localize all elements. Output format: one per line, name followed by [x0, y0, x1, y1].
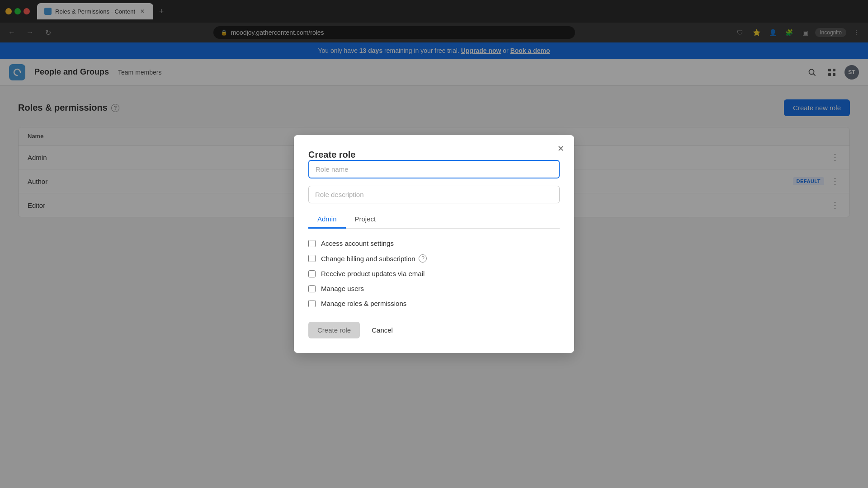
role-name-input[interactable]: [308, 160, 560, 178]
modal-tabs: Admin Project: [308, 211, 560, 229]
tab-admin[interactable]: Admin: [308, 211, 346, 229]
create-role-modal: Create role ✕ Admin Project Access accou…: [294, 135, 574, 231]
tab-project[interactable]: Project: [346, 211, 385, 229]
modal-title: Create role: [308, 150, 356, 160]
modal-overlay[interactable]: Create role ✕ Admin Project Access accou…: [0, 0, 868, 231]
role-name-field: [308, 160, 560, 178]
role-description-input[interactable]: [308, 186, 560, 203]
modal-close-button[interactable]: ✕: [554, 142, 567, 155]
role-description-field: [308, 186, 560, 203]
